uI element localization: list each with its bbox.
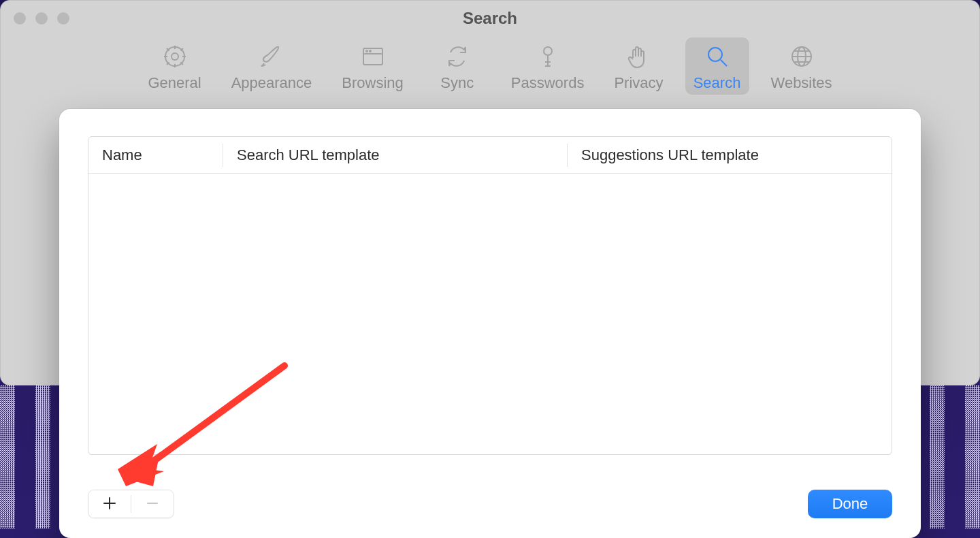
svg-point-0: [172, 53, 178, 60]
tab-label: Passwords: [511, 74, 585, 92]
hand-icon: [623, 42, 653, 72]
tab-label: General: [148, 74, 201, 92]
brush-icon: [257, 42, 287, 72]
sync-icon: [442, 42, 472, 72]
tab-websites[interactable]: Websites: [763, 37, 840, 95]
tab-label: Privacy: [614, 74, 663, 92]
tab-general[interactable]: General: [140, 37, 209, 95]
custom-search-engines-sheet: Name Search URL template Suggestions URL…: [59, 109, 921, 538]
tab-label: Sync: [440, 74, 474, 92]
gear-icon: [160, 42, 190, 72]
add-remove-group: [88, 490, 174, 518]
minus-icon: [146, 494, 159, 515]
wallpaper-noise-right: [919, 385, 980, 538]
column-header-suggestions-url[interactable]: Suggestions URL template: [568, 144, 892, 167]
remove-button[interactable]: [131, 490, 174, 518]
window-title: Search: [1, 9, 979, 28]
table-header: Name Search URL template Suggestions URL…: [88, 137, 892, 174]
svg-point-5: [370, 50, 371, 52]
tab-label: Websites: [771, 74, 832, 92]
tab-appearance[interactable]: Appearance: [223, 37, 321, 95]
table-body-empty: [88, 174, 892, 454]
globe-icon: [787, 42, 817, 72]
tab-browsing[interactable]: Browsing: [333, 37, 411, 95]
preferences-toolbar: General Appearance Browsing Sync Passwor…: [1, 35, 979, 110]
svg-point-4: [366, 50, 368, 52]
add-button[interactable]: [88, 490, 131, 518]
search-engines-table[interactable]: Name Search URL template Suggestions URL…: [88, 136, 892, 455]
svg-point-6: [544, 47, 552, 55]
svg-line-8: [721, 60, 727, 66]
svg-point-7: [708, 48, 722, 61]
tab-privacy[interactable]: Privacy: [606, 37, 671, 95]
tab-search[interactable]: Search: [685, 37, 749, 95]
tab-label: Appearance: [231, 74, 312, 92]
svg-point-1: [165, 47, 184, 66]
tab-sync[interactable]: Sync: [425, 37, 489, 95]
column-header-name[interactable]: Name: [88, 144, 223, 167]
key-icon: [533, 42, 563, 72]
sheet-footer: Done: [88, 489, 892, 519]
tab-passwords[interactable]: Passwords: [503, 37, 593, 95]
tab-label: Search: [693, 74, 741, 92]
column-header-search-url[interactable]: Search URL template: [223, 144, 568, 167]
plus-icon: [103, 494, 116, 515]
tab-label: Browsing: [342, 74, 403, 92]
titlebar: Search: [1, 1, 979, 35]
done-button[interactable]: Done: [808, 490, 892, 518]
window-icon: [358, 42, 388, 72]
wallpaper-noise-left: [0, 385, 61, 538]
search-icon: [702, 42, 732, 72]
